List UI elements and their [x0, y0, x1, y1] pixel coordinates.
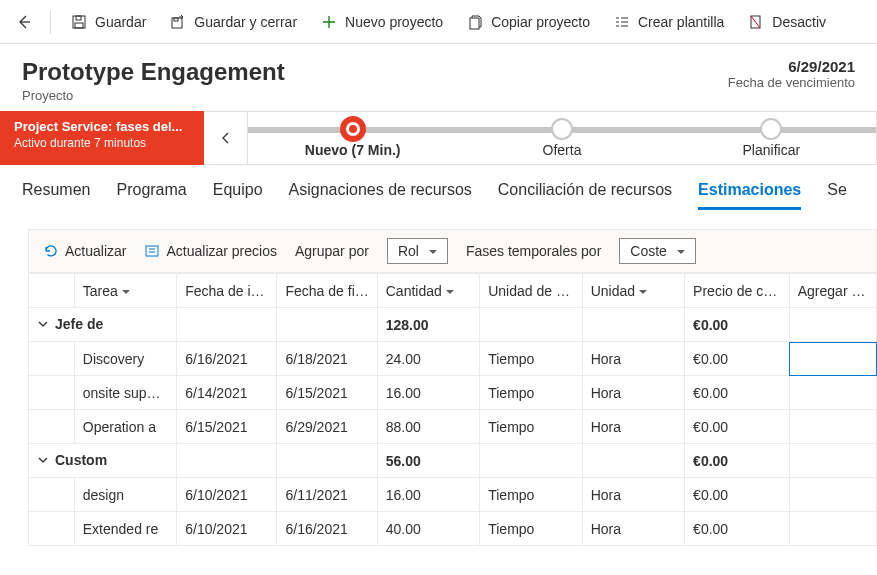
new-project-button[interactable]: Nuevo proyecto — [311, 4, 453, 40]
new-project-label: Nuevo proyecto — [345, 14, 443, 30]
tab-summary[interactable]: Resumen — [22, 181, 90, 210]
tab-reconcile[interactable]: Conciliación de recursos — [498, 181, 672, 210]
tab-estimates[interactable]: Estimaciones — [698, 181, 801, 210]
cell-price[interactable]: €0.00 — [685, 478, 790, 512]
cell-add[interactable] — [789, 410, 876, 444]
cell-price[interactable]: €0.00 — [685, 410, 790, 444]
process-title: Project Service: fases del... — [14, 119, 192, 136]
group-by-value: Rol — [398, 243, 419, 259]
group-by-select[interactable]: Rol — [387, 238, 448, 264]
group-row[interactable]: Custom56.00€0.00 — [29, 444, 877, 478]
cell-quantity[interactable]: 24.00 — [377, 342, 479, 376]
cell-unit[interactable]: Hora — [582, 410, 684, 444]
cell-quantity[interactable]: 88.00 — [377, 410, 479, 444]
table-row[interactable]: Discovery6/16/20216/18/202124.00TiempoHo… — [29, 342, 877, 376]
stage-new[interactable]: Nuevo (7 Min.) — [248, 112, 457, 164]
command-bar: Guardar Guardar y cerrar Nuevo proyecto … — [0, 0, 877, 44]
cell-add[interactable] — [789, 478, 876, 512]
cell-start[interactable]: 6/10/2021 — [177, 512, 277, 546]
cell-price[interactable]: €0.00 — [685, 342, 790, 376]
cell-sales-unit[interactable]: Tiempo — [480, 410, 582, 444]
save-close-button[interactable]: Guardar y cerrar — [160, 4, 307, 40]
cell-start[interactable]: 6/14/2021 — [177, 376, 277, 410]
tab-assignments[interactable]: Asignaciones de recursos — [289, 181, 472, 210]
col-cost-price-header[interactable]: Precio de coste — [685, 274, 790, 308]
cell-unit[interactable]: Hora — [582, 512, 684, 546]
cell-task[interactable]: Extended re — [74, 512, 176, 546]
cell-sales-unit[interactable]: Tiempo — [480, 342, 582, 376]
copy-project-label: Copiar proyecto — [491, 14, 590, 30]
arrow-left-icon — [16, 14, 32, 30]
process-collapse-button[interactable] — [204, 111, 248, 165]
cell-start[interactable]: 6/10/2021 — [177, 478, 277, 512]
deactivate-button[interactable]: Desactiv — [738, 4, 836, 40]
cell-quantity[interactable]: 40.00 — [377, 512, 479, 546]
time-phase-select[interactable]: Coste — [619, 238, 696, 264]
col-sales-unit-header[interactable]: Unidad de ven — [480, 274, 582, 308]
refresh-button[interactable]: Actualizar — [43, 243, 126, 259]
cell-start[interactable]: 6/15/2021 — [177, 410, 277, 444]
group-expander[interactable]: Custom — [37, 452, 107, 468]
table-row[interactable]: onsite support6/14/20216/15/202116.00Tie… — [29, 376, 877, 410]
due-date-label: Fecha de vencimiento — [728, 75, 855, 90]
save-button[interactable]: Guardar — [61, 4, 156, 40]
cell-add[interactable] — [789, 512, 876, 546]
col-task-header[interactable]: Tarea — [74, 274, 176, 308]
chevron-down-icon — [429, 243, 437, 259]
cell-task[interactable]: design — [74, 478, 176, 512]
cell-end[interactable]: 6/15/2021 — [277, 376, 377, 410]
cell-sales-unit[interactable]: Tiempo — [480, 478, 582, 512]
group-quantity: 128.00 — [377, 308, 479, 342]
cell-sales-unit[interactable]: Tiempo — [480, 376, 582, 410]
refresh-label: Actualizar — [65, 243, 126, 259]
cell-end[interactable]: 6/11/2021 — [277, 478, 377, 512]
process-name-block[interactable]: Project Service: fases del... Activo dur… — [0, 111, 204, 165]
chevron-down-icon — [122, 283, 130, 299]
table-row[interactable]: Extended re6/10/20216/16/202140.00Tiempo… — [29, 512, 877, 546]
cell-end[interactable]: 6/29/2021 — [277, 410, 377, 444]
plus-icon — [321, 14, 337, 30]
cell-unit[interactable]: Hora — [582, 376, 684, 410]
col-end-header[interactable]: Fecha de finali — [277, 274, 377, 308]
price-update-icon — [144, 243, 160, 259]
cell-add[interactable] — [789, 342, 876, 376]
col-unit-header[interactable]: Unidad — [582, 274, 684, 308]
group-name: Custom — [55, 452, 107, 468]
cell-task[interactable]: Operation a — [74, 410, 176, 444]
col-add-header[interactable]: Agregar col — [789, 274, 876, 308]
chevron-down-icon — [37, 318, 49, 330]
stage-plan[interactable]: Planificar — [667, 112, 876, 164]
col-start-header[interactable]: Fecha de inicio — [177, 274, 277, 308]
back-button[interactable] — [8, 6, 40, 38]
table-row[interactable]: design6/10/20216/11/202116.00TiempoHora€… — [29, 478, 877, 512]
business-process-flow: Project Service: fases del... Activo dur… — [0, 111, 877, 165]
create-template-button[interactable]: Crear plantilla — [604, 4, 734, 40]
cell-task[interactable]: Discovery — [74, 342, 176, 376]
group-expander[interactable]: Jefe de — [37, 316, 103, 332]
cell-quantity[interactable]: 16.00 — [377, 478, 479, 512]
form-header: Prototype Engagement Proyecto 6/29/2021 … — [0, 44, 877, 111]
col-quantity-header[interactable]: Cantidad — [377, 274, 479, 308]
cell-sales-unit[interactable]: Tiempo — [480, 512, 582, 546]
copy-project-button[interactable]: Copiar proyecto — [457, 4, 600, 40]
tab-team[interactable]: Equipo — [213, 181, 263, 210]
group-row[interactable]: Jefe de128.00€0.00 — [29, 308, 877, 342]
cell-start[interactable]: 6/16/2021 — [177, 342, 277, 376]
cell-price[interactable]: €0.00 — [685, 376, 790, 410]
cell-unit[interactable]: Hora — [582, 478, 684, 512]
create-template-label: Crear plantilla — [638, 14, 724, 30]
cell-unit[interactable]: Hora — [582, 342, 684, 376]
cell-end[interactable]: 6/18/2021 — [277, 342, 377, 376]
save-label: Guardar — [95, 14, 146, 30]
cell-add[interactable] — [789, 376, 876, 410]
cell-price[interactable]: €0.00 — [685, 512, 790, 546]
cell-quantity[interactable]: 16.00 — [377, 376, 479, 410]
tab-schedule[interactable]: Programa — [116, 181, 186, 210]
save-icon — [71, 14, 87, 30]
stage-offer[interactable]: Oferta — [457, 112, 666, 164]
table-row[interactable]: Operation a6/15/20216/29/202188.00Tiempo… — [29, 410, 877, 444]
tab-more[interactable]: Se — [827, 181, 847, 210]
cell-task[interactable]: onsite support — [74, 376, 176, 410]
cell-end[interactable]: 6/16/2021 — [277, 512, 377, 546]
update-prices-button[interactable]: Actualizar precios — [144, 243, 277, 259]
